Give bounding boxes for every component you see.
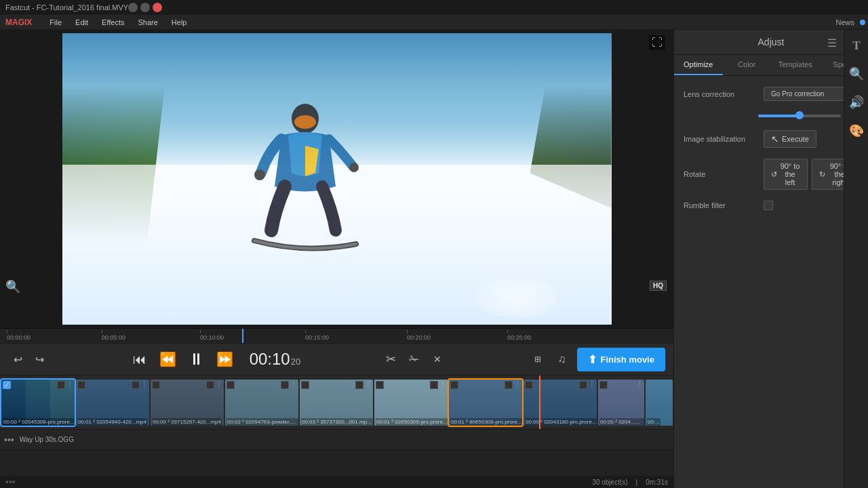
clip-1-checkbox[interactable]: ✓ — [3, 381, 11, 389]
transport-bar: ↩ ↪ ⏮ ⏪ ⏸ ⏩ 00:10 20 ✂ ✁ ✕ ⊞ ♫ — [0, 343, 673, 375]
clip-5-label: 00:03 ² 35737300...001.mp4 T — [301, 418, 373, 426]
clip-7[interactable]: ⋮ 00:01 ² 80650308-pro.prores.mp4 — [449, 380, 522, 426]
clip-7-menu[interactable]: ⋮ — [514, 381, 521, 388]
titlebar: Fastcut - FC-Tutorial_2016 final.MVY — [0, 0, 868, 15]
clip-9-check — [599, 381, 608, 389]
rumble-filter-checkbox[interactable] — [764, 201, 773, 210]
hq-badge: HQ — [650, 281, 667, 291]
ruler-mark-5: 00:25:00 — [507, 334, 531, 341]
image-stabilization-execute-button[interactable]: ↖ Execute — [764, 130, 816, 148]
clip-10-label: 00:... — [647, 418, 660, 426]
snow-spray — [476, 277, 557, 318]
finish-movie-button[interactable]: ⬆ Finish movie — [577, 348, 665, 371]
clip-10[interactable]: 00:... — [646, 380, 673, 426]
clip-5[interactable]: ⋮ 00:03 ² 35737300...001.mp4 T — [300, 380, 373, 426]
clip-9[interactable]: ⋮ 00:00 ² 0204...mp4 — [598, 380, 644, 426]
rewind-button[interactable]: ⏪ — [156, 347, 180, 371]
clip-5-check — [301, 381, 309, 389]
color-icon[interactable]: 🎨 — [846, 121, 867, 141]
time-display-group: 00:10 20 — [250, 350, 301, 369]
clip-2-menu[interactable]: ⋮ — [141, 381, 148, 388]
left-panel: ⛶ — [0, 30, 673, 488]
edit-tools-group: ✂ ✁ ✕ — [382, 350, 447, 369]
delete-tool-button[interactable]: ✕ — [428, 350, 447, 369]
clip-6-label: 00:01 ² 02650309-pro.prores.mp4 — [376, 418, 448, 426]
redo-button[interactable]: ↪ — [30, 350, 49, 369]
clip-3-check — [152, 381, 160, 389]
status-separator: | — [636, 479, 638, 486]
trim-tool-button[interactable]: ✁ — [405, 350, 424, 369]
news-label: News — [833, 17, 857, 28]
lens-slider[interactable] — [758, 115, 841, 117]
menu-share[interactable]: Share — [135, 17, 160, 28]
clip-9-menu[interactable]: ⋮ — [636, 381, 643, 388]
clip-7-label: 00:01 ² 80650308-pro.prores.mp4 — [450, 418, 522, 426]
clip-8-menu[interactable]: ⋮ — [589, 381, 595, 388]
tab-templates[interactable]: Templates — [771, 55, 820, 75]
rotate-right-icon: ↻ — [819, 170, 825, 179]
magnify-icon[interactable]: 🔍 — [846, 64, 867, 84]
rotate-left-button[interactable]: ↺ 90° to the left — [764, 159, 808, 190]
clip-5-icon — [355, 381, 363, 389]
clip-9-label: 00:00 ² 0204...mp4 — [599, 418, 644, 426]
expand-icon[interactable]: ⛶ — [649, 35, 665, 50]
clip-5-menu[interactable]: ⋮ — [365, 381, 372, 388]
rumble-filter-label: Rumble filter — [684, 201, 758, 209]
rotate-left-icon: ↺ — [771, 170, 777, 179]
menu-effects[interactable]: Effects — [99, 17, 127, 28]
multicam-button[interactable]: ⊞ — [528, 350, 547, 369]
clip-4-icon — [281, 381, 289, 389]
tab-optimize[interactable]: Optimize — [674, 55, 723, 75]
titlebar-text: Fastcut - FC-Tutorial_2016 final.MVY — [5, 3, 128, 12]
clip-2-label: 00:01 ² 02054940-420...mp4 — [77, 418, 147, 426]
adjust-tabs: Optimize Color Templates Speed — [674, 55, 868, 76]
menu-edit[interactable]: Edit — [73, 17, 91, 28]
clip-3-menu[interactable]: ⋮ — [216, 381, 222, 388]
clip-6-menu[interactable]: ⋮ — [439, 381, 446, 388]
clip-4[interactable]: ⋮ 00:02 ² 02094763-powder.mp4 — [225, 380, 298, 426]
clip-8-label: 00:00 ² 02043180-pro.prores.mp4 — [525, 418, 597, 426]
clip-1[interactable]: ✓ ⋮ 00:00 ² 02045308-pro.prores.mp4 — [1, 380, 75, 426]
close-button[interactable] — [153, 3, 162, 12]
adjust-menu-icon[interactable]: ☰ — [827, 37, 837, 49]
time-frames: 20 — [291, 357, 300, 367]
zoom-icon[interactable]: 🔍 — [5, 279, 20, 294]
news-area: News — [833, 17, 865, 28]
object-count: 30 object(s) — [592, 479, 627, 486]
image-stabilization-label: Image stabilization — [684, 135, 758, 143]
clip-3-icon — [206, 381, 214, 389]
maximize-button[interactable] — [140, 3, 150, 12]
pause-button[interactable]: ⏸ — [184, 347, 209, 371]
news-indicator — [860, 20, 865, 25]
tab-color[interactable]: Color — [723, 55, 772, 75]
clip-3[interactable]: ⋮ 00:00 ² 03715297-420...mp4 — [151, 380, 224, 426]
clip-8[interactable]: ⋮ 00:00 ² 02043180-pro.prores.mp4 — [524, 380, 597, 426]
menu-help[interactable]: Help — [169, 17, 190, 28]
clip-8-check — [525, 381, 533, 389]
minimize-button[interactable] — [128, 3, 138, 12]
clip-2[interactable]: ⋮ 00:01 ² 02054940-420...mp4 — [76, 380, 149, 426]
undo-button[interactable]: ↩ — [8, 350, 27, 369]
skip-to-start-button[interactable]: ⏮ — [127, 347, 152, 371]
rotate-label: Rotate — [684, 170, 758, 178]
fast-forward-button[interactable]: ⏩ — [213, 347, 237, 371]
cut-tool-button[interactable]: ✂ — [382, 350, 401, 369]
text-icon[interactable]: 𝐓 — [846, 35, 867, 56]
menubar: MAGIX File Edit Effects Share Help News — [0, 15, 868, 30]
video-preview-area: ⛶ — [0, 30, 673, 328]
clip-1-menu[interactable]: ⋮ — [66, 381, 73, 388]
menu-file[interactable]: File — [47, 17, 64, 28]
statusbar: ••• 30 object(s) | 0m:31s — [0, 476, 673, 488]
timeline-area: ✓ ⋮ 00:00 ² 02045308-pro.prores.mp4 ⋮ 00… — [0, 375, 673, 476]
audio-track-label: Way Up 30s.OGG — [20, 436, 74, 443]
clip-4-menu[interactable]: ⋮ — [290, 381, 297, 388]
audio-icon[interactable]: 🔊 — [846, 92, 867, 113]
rotate-left-label: 90° to the left — [780, 162, 800, 186]
clip-6[interactable]: ⋮ 00:01 ² 02650309-pro.prores.mp4 — [374, 380, 448, 426]
music-button[interactable]: ♫ — [553, 350, 572, 369]
side-icon-bar: 𝐓 🔍 🔊 🎨 — [844, 30, 868, 488]
clip-1-label: 00:00 ² 02045308-pro.prores.mp4 — [3, 418, 75, 426]
ruler-mark-4: 00:20:00 — [407, 334, 431, 341]
video-frame — [62, 33, 612, 325]
adjust-title: Adjust ☰ — [674, 30, 868, 55]
